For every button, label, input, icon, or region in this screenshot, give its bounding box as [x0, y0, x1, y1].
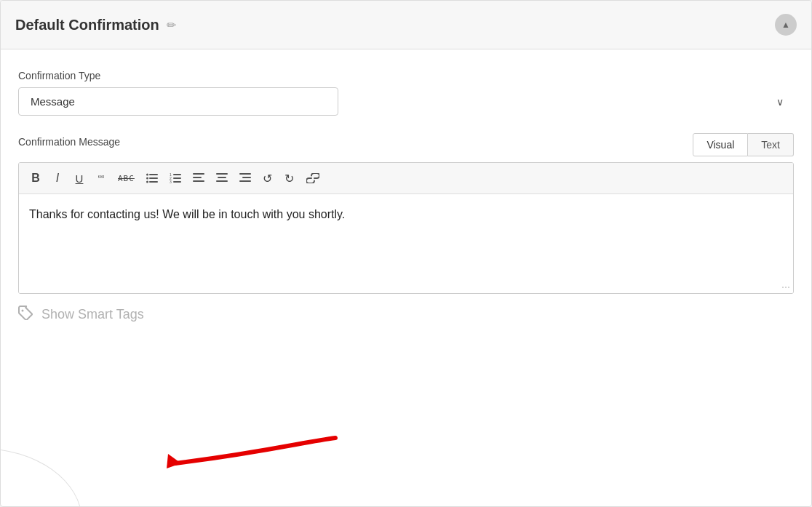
collapse-button[interactable]: ▲ [775, 14, 797, 36]
underline-button[interactable]: U [70, 169, 89, 188]
svg-rect-2 [149, 181, 158, 183]
panel-header-left: Default Confirmation ✏ [15, 17, 176, 33]
default-confirmation-panel: Default Confirmation ✏ ▲ Confirmation Ty… [0, 0, 812, 507]
arc-decoration [0, 448, 82, 507]
svg-rect-14 [193, 180, 204, 182]
strikethrough-button[interactable]: ABC [114, 169, 139, 188]
svg-point-4 [146, 177, 148, 180]
show-smart-tags-label: Show Smart Tags [41, 307, 144, 322]
chevron-down-icon: ∨ [776, 96, 784, 108]
blockquote-button[interactable]: ““ [92, 169, 111, 188]
tag-icon [18, 306, 34, 324]
svg-point-5 [146, 181, 148, 183]
editor-toolbar: B I U ““ ABC 123 [19, 163, 793, 194]
align-left-button[interactable] [188, 169, 209, 188]
editor-text: Thanks for contacting us! We will be in … [29, 206, 783, 223]
confirmation-message-header: Confirmation Message Visual Text [18, 133, 794, 156]
ordered-list-button[interactable]: 123 [165, 169, 186, 188]
svg-point-21 [22, 310, 24, 312]
svg-rect-19 [242, 177, 251, 178]
svg-rect-18 [239, 173, 251, 175]
bold-button[interactable]: B [26, 169, 45, 188]
editor-tabs: Visual Text [693, 133, 794, 156]
undo-button[interactable]: ↺ [258, 169, 277, 188]
show-smart-tags-row[interactable]: Show Smart Tags [18, 306, 794, 324]
link-button[interactable] [302, 169, 324, 188]
editor-container: B I U ““ ABC 123 [18, 162, 794, 294]
svg-rect-1 [149, 177, 158, 179]
svg-rect-17 [216, 180, 228, 182]
redo-button[interactable]: ↻ [280, 169, 299, 188]
confirmation-message-section: Confirmation Message Visual Text B I U “… [18, 133, 794, 294]
svg-rect-12 [193, 173, 204, 175]
svg-rect-0 [149, 174, 158, 175]
confirmation-type-field: Message Page Redirect ∨ [18, 87, 794, 116]
panel-title: Default Confirmation [15, 17, 159, 33]
editor-content[interactable]: Thanks for contacting us! We will be in … [19, 194, 793, 282]
panel-body: Confirmation Type Message Page Redirect … [1, 49, 811, 338]
svg-point-3 [146, 174, 148, 176]
svg-rect-15 [216, 173, 228, 175]
svg-text:3: 3 [170, 180, 172, 183]
svg-rect-16 [218, 177, 226, 178]
resize-handle[interactable]: ⋯ [19, 282, 793, 293]
confirmation-type-select[interactable]: Message Page Redirect [18, 87, 338, 116]
panel-header: Default Confirmation ✏ ▲ [1, 1, 811, 49]
svg-rect-7 [173, 177, 181, 179]
red-arrow-annotation [132, 423, 350, 484]
svg-rect-8 [173, 181, 181, 183]
align-center-button[interactable] [212, 169, 232, 188]
tab-visual[interactable]: Visual [693, 133, 748, 156]
confirmation-message-label: Confirmation Message [18, 136, 120, 148]
svg-marker-22 [167, 454, 181, 468]
unordered-list-button[interactable] [142, 169, 162, 188]
svg-rect-13 [193, 177, 202, 178]
edit-icon[interactable]: ✏ [167, 18, 176, 32]
chevron-up-icon: ▲ [781, 20, 790, 30]
align-right-button[interactable] [235, 169, 255, 188]
svg-rect-6 [173, 174, 181, 175]
italic-button[interactable]: I [48, 169, 67, 188]
tab-text[interactable]: Text [748, 133, 794, 156]
svg-rect-20 [239, 180, 251, 182]
confirmation-type-label: Confirmation Type [18, 70, 794, 81]
